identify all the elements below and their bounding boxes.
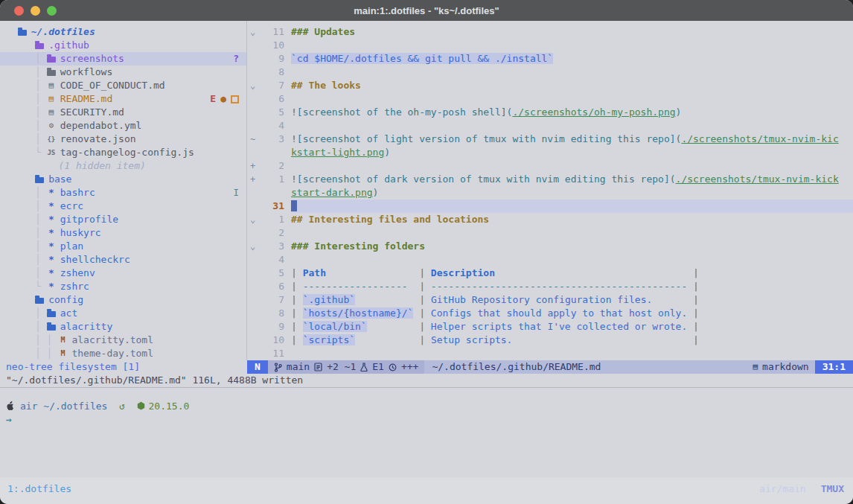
editor-line-4[interactable]: ⌄7## The looks	[247, 79, 853, 92]
tree-item-theme-day.toml[interactable]: │ │ Mtheme-day.toml	[0, 347, 246, 360]
tree-label: shellcheckrc	[60, 253, 130, 267]
tree-item-act[interactable]: │ act	[0, 307, 246, 320]
editor-line-3[interactable]: 8	[247, 66, 853, 79]
tree-item-plan[interactable]: │ *plan	[0, 240, 246, 253]
tree-item-huskyrc[interactable]: │ *huskyrc	[0, 226, 246, 240]
editor-line-10[interactable]: +2	[247, 159, 853, 173]
tree-item-ecrc[interactable]: │ *ecrc	[0, 200, 246, 213]
braces-icon: {}	[47, 133, 56, 146]
tree-item-zshrc[interactable]: └ *zshrc	[0, 280, 246, 293]
status-row: neo-tree filesystem [1] N main +2 ~1 E1	[0, 360, 853, 374]
editor-line-23[interactable]: 10| `scripts` | Setup scripts. |	[247, 334, 853, 347]
tree-item-dependabot.yml[interactable]: │ ⚙dependabot.yml	[0, 119, 246, 133]
tree-label: act	[60, 307, 77, 320]
tree-item-alacritty.toml[interactable]: │ │ Malacritty.toml	[0, 334, 246, 347]
node-icon	[137, 401, 145, 410]
tree-item-workflows[interactable]: │ workflows	[0, 66, 246, 79]
editor-line-8[interactable]: ~3![screenshot of light version of tmux …	[247, 133, 853, 146]
zoom-button[interactable]	[47, 6, 57, 16]
tree-badge: ●	[220, 92, 226, 106]
star-icon: *	[47, 240, 56, 253]
line-text	[291, 92, 853, 106]
editor-line-5[interactable]: 6	[247, 92, 853, 106]
flask-icon	[360, 363, 368, 371]
neotree-panel[interactable]: ~/.dotfiles .github │ screenshots? │ wor…	[0, 21, 247, 360]
tree-item-config[interactable]: config	[0, 293, 246, 307]
tree-item-renovate.json[interactable]: │ {}renovate.json	[0, 133, 246, 146]
tree-item-~-.dotfiles[interactable]: ~/.dotfiles	[0, 25, 246, 39]
prompt-cwd: ~/.dotfiles	[43, 401, 107, 412]
folder-icon	[47, 70, 56, 76]
editor-line-19[interactable]: 6| ------------------ | ----------------…	[247, 280, 853, 293]
tree-item-.github[interactable]: .github	[0, 39, 246, 52]
tree-label: ecrc	[60, 200, 83, 213]
line-text: ![screenshot of the oh-my-posh shell](./…	[291, 106, 853, 119]
tree-item-bashrc[interactable]: │ *bashrcI	[0, 186, 246, 200]
gear-icon: ⚙	[47, 119, 56, 133]
star-icon: *	[47, 280, 56, 293]
tmux-window-tab[interactable]: 1:.dotfiles	[7, 483, 71, 494]
tree-label: .github	[48, 39, 89, 52]
shell-pane[interactable]: air ~/.dotfiles ↺ 20.15.0 →	[0, 387, 853, 477]
git-branch-icon	[274, 363, 282, 372]
line-number: 5	[262, 106, 284, 119]
close-button[interactable]	[14, 6, 24, 16]
editor-line-6[interactable]: 5![screenshot of the oh-my-posh shell](.…	[247, 106, 853, 119]
line-number: 8	[262, 307, 284, 320]
tree-label: renovate.json	[60, 133, 136, 146]
vim-cmdline[interactable]: "~/.dotfiles/.github/README.md" 116L, 44…	[0, 374, 853, 387]
tree-item--1-hidden-item-[interactable]: (1 hidden item)	[0, 159, 246, 173]
editor-line-17[interactable]: 4	[247, 253, 853, 267]
tree-item-CODE-OF-CONDUCT.md[interactable]: │ ▤CODE_OF_CONDUCT.md	[0, 79, 246, 92]
line-number: 6	[262, 280, 284, 293]
tree-item-tag-changelog-config.js[interactable]: └ JStag-changelog-config.js	[0, 146, 246, 159]
tree-item-base[interactable]: base	[0, 173, 246, 186]
tree-label: config	[48, 293, 83, 307]
editor-line-11[interactable]: +1![screenshot of dark version of tmux w…	[247, 173, 853, 186]
tmux-badge: TMUX	[821, 483, 844, 494]
line-text	[291, 200, 853, 213]
tree-item-shellcheckrc[interactable]: │ *shellcheckrc	[0, 253, 246, 267]
neotree-statusline: neo-tree filesystem [1]	[0, 360, 247, 374]
editor-line-15[interactable]: 2	[247, 226, 853, 240]
editor-line-13[interactable]: 31	[247, 200, 853, 213]
editor-line-1[interactable]: 10	[247, 39, 853, 52]
line-text: ### Updates	[291, 25, 853, 39]
editor-line-20[interactable]: 7| `.github` | GitHub Repository configu…	[247, 293, 853, 307]
line-number	[262, 186, 284, 200]
line-number: 31	[262, 200, 284, 213]
tree-item-screenshots[interactable]: │ screenshots?	[0, 52, 246, 66]
editor-line-16[interactable]: ⌄3### Interesting folders	[247, 240, 853, 253]
minimize-button[interactable]	[31, 6, 40, 16]
editor-line-21[interactable]: 8| `hosts/{hostname}/` | Configs that sh…	[247, 307, 853, 320]
editor-line-7[interactable]: 4	[247, 119, 853, 133]
tree-label: theme-day.toml	[71, 347, 153, 360]
editor-buffer[interactable]: ⌄11### Updates109`cd $HOME/.dotfiles && …	[247, 21, 853, 360]
editor-line-0[interactable]: ⌄11### Updates	[247, 25, 853, 39]
folder-icon	[18, 30, 27, 36]
line-text	[291, 39, 853, 52]
editor-line-22[interactable]: 9| `local/bin` | Helper scripts that I'v…	[247, 320, 853, 334]
editor-line-2[interactable]: 9`cd $HOME/.dotfiles && git pull && ./in…	[247, 52, 853, 66]
tree-badge: ?	[233, 52, 239, 66]
line-text: ### Interesting folders	[291, 240, 853, 253]
line-text: ## The looks	[291, 79, 853, 92]
tree-item-SECURITY.md[interactable]: │ ▤SECURITY.md	[0, 106, 246, 119]
editor-line-12[interactable]: start-dark.png)	[247, 186, 853, 200]
line-text: | `scripts` | Setup scripts. |	[291, 334, 853, 347]
editor-line-18[interactable]: 5| Path | Description |	[247, 267, 853, 280]
editor-line-14[interactable]: ⌄1## Interesting files and locations	[247, 213, 853, 226]
editor-line-9[interactable]: kstart-light.png)	[247, 146, 853, 159]
tree-label: dependabot.yml	[60, 119, 142, 133]
tree-item-alacritty[interactable]: │ alacritty	[0, 320, 246, 334]
line-number: 1	[262, 213, 284, 226]
tree-item-README.md[interactable]: │ ▤README.mdE●	[0, 92, 246, 106]
line-number: 7	[262, 79, 284, 92]
tree-item-gitprofile[interactable]: │ *gitprofile	[0, 213, 246, 226]
editor-line-24[interactable]: 11	[247, 347, 853, 360]
line-number: 8	[262, 66, 284, 79]
tree-item-zshenv[interactable]: │ *zshenv	[0, 267, 246, 280]
line-text: kstart-light.png)	[291, 146, 853, 159]
tree-label: huskyrc	[60, 226, 101, 240]
editor-lines: ⌄11### Updates109`cd $HOME/.dotfiles && …	[247, 25, 853, 360]
